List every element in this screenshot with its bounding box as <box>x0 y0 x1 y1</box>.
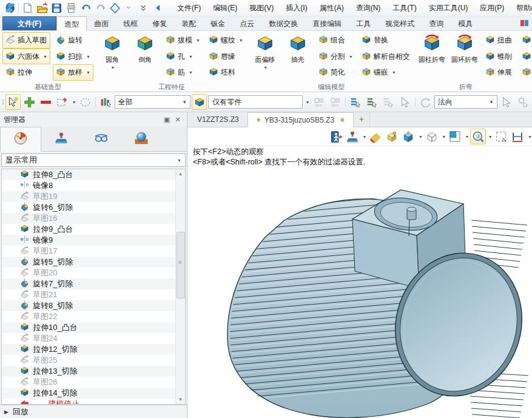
cursor-settings-button[interactable] <box>515 94 530 110</box>
zoom-magnifier-dropdown[interactable]: ▼ <box>488 135 493 139</box>
pick-from-list-colored-button[interactable] <box>365 94 380 110</box>
ribbon-tab-点云[interactable]: 点云 <box>232 16 261 30</box>
扫掠-button[interactable]: 扫掠▼ <box>53 49 93 65</box>
motor-housing-model[interactable] <box>187 146 531 418</box>
menu-item[interactable]: 工具(T) <box>386 1 422 16</box>
拔模-button[interactable]: 拔模▼ <box>163 32 203 49</box>
view-stamp-dropdown[interactable]: ▼ <box>362 135 366 139</box>
reorient-button[interactable] <box>418 94 433 110</box>
wireframe-cube-dropdown[interactable]: ▼ <box>442 135 446 139</box>
tree-item[interactable]: 拉伸13_切除 <box>2 366 176 377</box>
tree-item[interactable]: 镜像8 <box>2 180 176 191</box>
file-menu-button[interactable]: 文件(F) <box>2 16 56 30</box>
shaded-cube-dropdown[interactable]: ▼ <box>419 135 423 139</box>
组合-button[interactable]: 组合 <box>315 32 356 49</box>
tree-item[interactable]: 草图16 <box>2 213 176 224</box>
chevron-down-icon[interactable]: ▼ <box>110 66 115 70</box>
ribbon-tab-视觉样式[interactable]: 视觉样式 <box>378 16 422 30</box>
圆环折弯-button[interactable]: 圆环折弯 <box>448 32 481 64</box>
chevron-down-icon[interactable]: ▼ <box>43 55 47 59</box>
tree-item[interactable]: 旋转7_切除 <box>2 278 176 289</box>
缠-button[interactable]: 缠 <box>519 49 532 65</box>
tree-item[interactable]: 草图17 <box>2 246 176 257</box>
regen-button[interactable] <box>107 1 122 15</box>
add-selection-button[interactable] <box>22 94 37 110</box>
menu-item[interactable]: 查询(N) <box>350 1 387 16</box>
print-button[interactable] <box>64 1 78 15</box>
new-file-button[interactable] <box>20 1 35 15</box>
ribbon-tab-曲面[interactable]: 曲面 <box>87 16 116 30</box>
tree-item[interactable]: 拉伸10_凸台 <box>2 322 176 333</box>
menu-item[interactable]: 插入(I) <box>280 1 313 16</box>
插入草图-button[interactable]: 插入草图 <box>2 32 50 49</box>
cursor-option-button[interactable] <box>499 94 514 110</box>
overflow-button[interactable] <box>136 1 151 15</box>
chevron-down-icon[interactable]: ▼ <box>189 70 193 75</box>
简化-button[interactable]: 简化 <box>315 64 356 81</box>
倒角-button[interactable]: 倒角 <box>129 32 161 64</box>
exit-walk-button[interactable] <box>328 129 343 144</box>
shaded-cube-button[interactable] <box>401 129 416 144</box>
筋-button[interactable]: 筋▼ <box>163 64 203 81</box>
chevron-down-icon[interactable]: ▼ <box>349 55 353 59</box>
save-button[interactable] <box>49 1 64 15</box>
undo-button[interactable] <box>78 1 93 15</box>
filter-scope-combo[interactable]: 全部 ▼ <box>115 95 190 109</box>
filter-field-dropdown[interactable]: ▼ <box>305 100 309 104</box>
menu-item[interactable]: 属性(A) <box>314 1 350 16</box>
抽壳-button[interactable]: 抽壳 <box>281 32 314 64</box>
ribbon-tab-模具[interactable]: 模具 <box>451 16 480 30</box>
tree-item[interactable]: 草图21 <box>2 289 176 300</box>
tree-scrollbar[interactable]: ▲ ▼ <box>175 169 185 404</box>
collapse-button[interactable] <box>151 1 166 15</box>
close-panel-icon[interactable]: ✕ <box>172 115 183 124</box>
ribbon-tab-直接编辑[interactable]: 直接编辑 <box>305 16 349 30</box>
tree-item[interactable]: 草图20 <box>2 268 176 278</box>
remove-selection-button[interactable] <box>38 94 53 110</box>
tree-item[interactable]: 草图22 <box>2 311 176 322</box>
孔-button[interactable]: 孔▼ <box>163 49 203 65</box>
tree-item[interactable]: 拉伸9_凸台 <box>2 224 176 235</box>
镶嵌-button[interactable]: 镶嵌▼ <box>359 64 413 81</box>
document-tab[interactable]: V1ZZT2S.Z3 <box>189 112 247 127</box>
ribbon-tab-数据交换[interactable]: 数据交换 <box>261 16 305 30</box>
box-select-dropdown[interactable]: ▼ <box>72 100 76 104</box>
tree-item[interactable]: ----- 建模停止 ----- <box>2 399 176 405</box>
ribbon-tab-装配[interactable]: 装配 <box>174 16 203 30</box>
圆柱折弯-button[interactable]: 圆柱折弯 <box>416 32 448 64</box>
ribbon-corner-icon[interactable] <box>520 18 530 30</box>
new-tab-button[interactable]: + <box>354 112 370 127</box>
scroll-up-icon[interactable]: ▲ <box>176 169 185 178</box>
toggle-off-1-button[interactable]: OFF <box>311 94 326 110</box>
ribbon-tab-修复[interactable]: 修复 <box>145 16 174 30</box>
由-button[interactable]: 由 <box>519 32 532 49</box>
放样-button[interactable]: 放样▼ <box>53 64 93 81</box>
ribbon-tab-工具[interactable]: 工具 <box>349 16 378 30</box>
旋转-button[interactable]: 旋转 <box>53 32 93 49</box>
tree-item[interactable]: 拉伸8_凸台 <box>2 169 176 180</box>
view-stamp-button[interactable] <box>345 129 360 144</box>
zoom-magnifier-button[interactable] <box>470 129 485 144</box>
float-panel-icon[interactable]: ▣ <box>161 115 172 124</box>
scroll-thumb[interactable] <box>177 232 185 298</box>
pick-from-list-button[interactable] <box>348 94 363 110</box>
chevron-down-icon[interactable]: ▼ <box>86 55 90 59</box>
wireframe-cube-button[interactable] <box>424 129 439 144</box>
redo-button[interactable] <box>93 1 107 15</box>
唇缘-button[interactable]: 唇缘 <box>206 49 246 65</box>
measure-width-button[interactable] <box>510 129 525 144</box>
replay-section[interactable]: ▶ 回放 <box>0 405 187 418</box>
chevron-down-icon[interactable]: ▼ <box>392 70 396 75</box>
ribbon-tab-查询[interactable]: 查询 <box>422 16 451 30</box>
document-tab[interactable]: +YB3-315juzuoSB5.Z3× <box>247 112 354 127</box>
corner-view-dropdown[interactable]: ▼ <box>465 135 469 139</box>
model-canvas[interactable]: 按下<F2>动态的观察 <F8>或者<Shift-roll> 查找下一个有效的过… <box>187 146 532 418</box>
orientation-combo[interactable]: 法向 ▼ <box>434 95 497 109</box>
dropdown-button[interactable] <box>122 1 136 15</box>
圆角-button[interactable]: 圆角▼ <box>96 32 129 70</box>
tree-item[interactable]: 旋转6_切除 <box>2 202 176 213</box>
六面体-button[interactable]: 六面体▼ <box>2 49 50 65</box>
pin-view-button[interactable] <box>385 129 400 144</box>
box-select-button[interactable] <box>55 94 70 110</box>
eraser-button[interactable] <box>368 129 383 144</box>
